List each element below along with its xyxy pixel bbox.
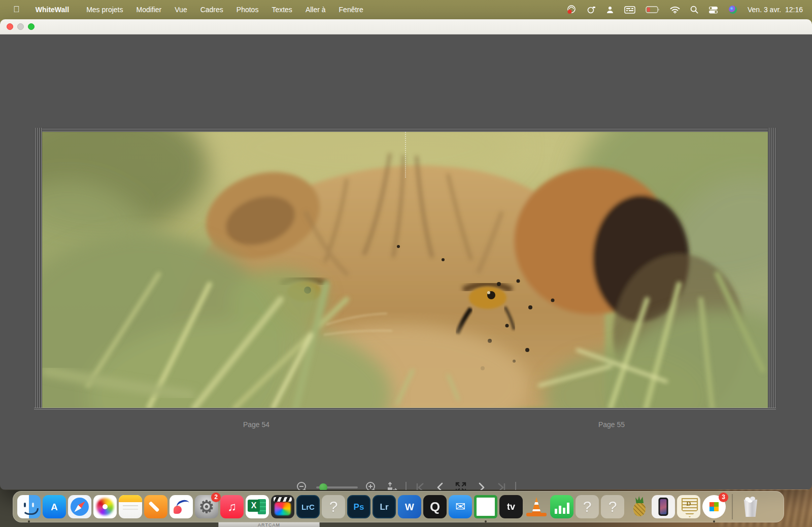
dock-item-music[interactable]: ♫ xyxy=(220,495,244,518)
mail-glyph: ✉ xyxy=(455,501,465,513)
menu-mes-projets[interactable]: Mes projets xyxy=(80,6,129,14)
last-page-button[interactable] xyxy=(495,481,508,490)
settings-glyph: ⚙ xyxy=(199,498,214,515)
siri-icon[interactable] xyxy=(728,5,737,14)
dock-item-stocks[interactable] xyxy=(550,495,573,518)
appletv-glyph: tv xyxy=(507,502,515,511)
dock-item-missing1[interactable]: ? xyxy=(322,495,345,518)
dock-item-trash[interactable] xyxy=(739,495,762,518)
fit-page-icon[interactable] xyxy=(385,481,398,490)
menubar-clock[interactable]: Ven. 3 avr. 12:16 xyxy=(748,6,803,14)
fullscreen-button[interactable] xyxy=(454,481,467,490)
menu-vue[interactable]: Vue xyxy=(168,6,193,14)
dock-item-vlc[interactable] xyxy=(525,495,548,518)
dock-item-handbrake[interactable] xyxy=(626,495,650,518)
finder-icon xyxy=(17,495,41,518)
user-icon[interactable] xyxy=(606,6,614,14)
window-titlebar[interactable] xyxy=(0,19,812,34)
close-button[interactable] xyxy=(7,23,13,30)
freeform-icon xyxy=(170,495,193,518)
lrc-icon: LrC xyxy=(296,495,320,518)
appstore-icon: A xyxy=(43,495,66,518)
pages-icon xyxy=(144,495,167,518)
shield-icon: D xyxy=(677,495,700,518)
stocks-icon xyxy=(550,495,573,518)
apple-menu-icon[interactable]:  xyxy=(13,5,20,15)
editor-canvas: Page 54 Page 55 xyxy=(0,34,812,489)
safari-icon xyxy=(68,495,91,518)
book-spread[interactable]: Page 54 Page 55 xyxy=(34,128,776,410)
dock-item-lightroom[interactable]: Lr xyxy=(373,495,396,518)
appletv-icon: tv xyxy=(499,495,523,518)
dock-item-freeform[interactable] xyxy=(170,495,193,518)
dock-item-microsoft[interactable]: 3 xyxy=(702,495,726,518)
dock-item-lrc[interactable]: LrC xyxy=(296,495,320,518)
dock-item-finalcut[interactable] xyxy=(271,495,294,518)
dock-item-photos[interactable] xyxy=(93,495,117,518)
whitewall-icon xyxy=(474,495,497,518)
dock-item-iphone[interactable] xyxy=(652,495,675,518)
trash-icon xyxy=(739,495,762,518)
music-glyph: ♫ xyxy=(227,501,236,513)
next-page-button[interactable] xyxy=(475,481,488,490)
dock-separator xyxy=(732,494,733,519)
menu-fen-tre[interactable]: Fenêtre xyxy=(332,6,370,14)
dock-item-shield[interactable]: D xyxy=(677,495,700,518)
battery-icon[interactable] xyxy=(646,6,660,13)
dock-item-appstore[interactable]: A xyxy=(43,495,66,518)
menu-modifier[interactable]: Modifier xyxy=(129,6,168,14)
dock-item-missing2[interactable]: ? xyxy=(576,495,599,518)
dock-item-excel[interactable]: X xyxy=(246,495,269,518)
dock-item-quicktime[interactable]: Q xyxy=(423,495,447,518)
wifi-icon[interactable] xyxy=(670,6,680,14)
dock-item-whitewall[interactable] xyxy=(474,495,497,518)
vlc-icon xyxy=(525,495,548,518)
dock: A⚙2♫XLrC?PsLrWQ✉tv??D3 xyxy=(13,491,784,522)
app-menu-whitewall[interactable]: WhiteWall xyxy=(29,6,76,14)
word-glyph: W xyxy=(405,502,414,512)
first-page-button[interactable] xyxy=(414,481,427,490)
background-window-sliver[interactable]: ARTCAM xyxy=(218,522,320,527)
menu-photos[interactable]: Photos xyxy=(230,6,265,14)
page-stack-top-edge xyxy=(34,128,776,132)
dock-item-finder[interactable] xyxy=(17,495,41,518)
zoom-slider-knob[interactable] xyxy=(319,483,327,490)
dock-item-photoshop[interactable]: Ps xyxy=(347,495,370,518)
handbrake-icon xyxy=(626,495,650,518)
missing1-glyph: ? xyxy=(329,499,338,514)
lightroom-icon: Lr xyxy=(373,495,396,518)
photoshop-icon: Ps xyxy=(347,495,370,518)
page-label-left: Page 54 xyxy=(221,420,292,429)
lightroom-glyph: Lr xyxy=(380,503,389,511)
page-stack-right-edge xyxy=(768,128,776,408)
toolbar-divider xyxy=(405,482,407,490)
zoom-in-button[interactable] xyxy=(365,481,378,490)
dock-item-pages[interactable] xyxy=(144,495,167,518)
menu-textes[interactable]: Textes xyxy=(265,6,298,14)
search-icon[interactable] xyxy=(690,6,698,14)
zoom-out-button[interactable] xyxy=(296,481,309,490)
dock-item-missing3[interactable]: ? xyxy=(601,495,624,518)
circle-icon[interactable] xyxy=(587,6,596,14)
page-stack-bottom-edge xyxy=(34,408,776,410)
minimize-button[interactable] xyxy=(17,23,24,30)
page-label-right: Page 55 xyxy=(576,420,647,429)
dock-item-mail[interactable]: ✉ xyxy=(449,495,472,518)
menu-aller-[interactable]: Aller à xyxy=(299,6,332,14)
center-fold-guide xyxy=(405,132,406,178)
dock-item-notes[interactable] xyxy=(119,495,142,518)
creative-cloud-icon[interactable] xyxy=(566,5,577,14)
control-center-icon[interactable] xyxy=(708,6,718,14)
dock-item-safari[interactable] xyxy=(68,495,91,518)
dock-item-appletv[interactable]: tv xyxy=(499,495,523,518)
excel-icon: X xyxy=(246,495,269,518)
missing3-glyph: ? xyxy=(608,499,617,514)
word-icon: W xyxy=(398,495,421,518)
dock-item-settings[interactable]: ⚙2 xyxy=(195,495,218,518)
previous-page-button[interactable] xyxy=(434,481,447,490)
zoom-window-button[interactable] xyxy=(28,23,35,30)
keyboard-icon[interactable] xyxy=(624,6,635,14)
zoom-slider[interactable] xyxy=(316,486,358,488)
menu-cadres[interactable]: Cadres xyxy=(194,6,230,14)
dock-item-word[interactable]: W xyxy=(398,495,421,518)
